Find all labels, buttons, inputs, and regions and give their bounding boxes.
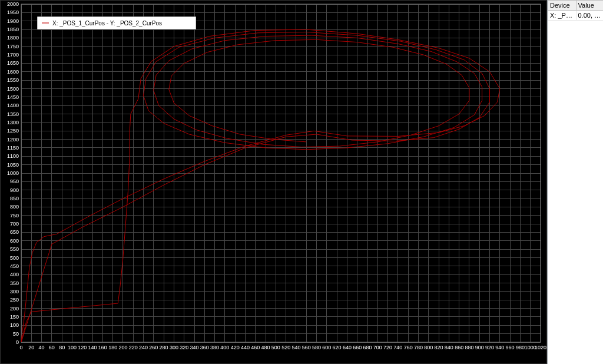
svg-text:1700: 1700 — [7, 52, 19, 58]
svg-text:40: 40 — [39, 345, 45, 350]
svg-text:500: 500 — [10, 255, 19, 261]
svg-text:1200: 1200 — [7, 137, 19, 143]
svg-text:140: 140 — [88, 345, 97, 350]
svg-text:460: 460 — [251, 345, 260, 350]
svg-text:940: 940 — [495, 345, 504, 350]
svg-text:150: 150 — [10, 314, 19, 320]
svg-text:1850: 1850 — [7, 27, 19, 32]
svg-text:650: 650 — [10, 229, 19, 235]
svg-text:260: 260 — [149, 345, 158, 350]
svg-text:840: 840 — [445, 345, 453, 350]
svg-text:1650: 1650 — [7, 60, 19, 66]
svg-text:800: 800 — [424, 345, 433, 350]
svg-text:600: 600 — [10, 238, 19, 244]
svg-text:440: 440 — [241, 345, 250, 350]
svg-text:1350: 1350 — [7, 111, 19, 117]
svg-text:500: 500 — [271, 345, 280, 350]
svg-text:1000: 1000 — [7, 170, 19, 176]
svg-text:100: 100 — [10, 322, 19, 328]
svg-text:400: 400 — [220, 345, 229, 350]
svg-text:1950: 1950 — [7, 9, 19, 15]
svg-text:620: 620 — [333, 345, 342, 350]
svg-text:350: 350 — [10, 280, 19, 286]
svg-text:220: 220 — [129, 345, 138, 350]
legend-series-label: X: _POS_1_CurPos - Y: _POS_2_CurPos — [52, 20, 162, 27]
svg-text:1050: 1050 — [7, 162, 19, 168]
svg-text:200: 200 — [118, 345, 127, 350]
table-row[interactable]: X: _POS_1… 0.00, 0.… — [548, 11, 604, 21]
svg-text:1400: 1400 — [7, 102, 19, 108]
svg-text:720: 720 — [383, 345, 392, 350]
svg-text:820: 820 — [435, 345, 443, 350]
svg-text:1150: 1150 — [7, 145, 19, 151]
svg-text:700: 700 — [373, 345, 382, 350]
svg-text:160: 160 — [98, 345, 107, 350]
svg-text:480: 480 — [261, 345, 270, 350]
col-header-device[interactable]: Device — [548, 1, 577, 11]
svg-text:1900: 1900 — [7, 18, 19, 24]
svg-text:20: 20 — [28, 345, 34, 350]
svg-text:60: 60 — [49, 345, 55, 350]
svg-text:780: 780 — [414, 345, 423, 350]
cell-value: 0.00, 0.… — [576, 11, 603, 21]
svg-text:100: 100 — [68, 345, 77, 350]
col-header-value[interactable]: Value — [576, 1, 603, 11]
svg-text:980: 980 — [516, 345, 525, 350]
svg-text:750: 750 — [10, 213, 19, 219]
svg-text:420: 420 — [231, 345, 240, 350]
svg-text:860: 860 — [455, 345, 463, 350]
svg-text:340: 340 — [190, 345, 198, 350]
svg-text:700: 700 — [10, 221, 19, 227]
svg-text:560: 560 — [302, 345, 311, 350]
svg-text:600: 600 — [322, 345, 331, 350]
svg-text:760: 760 — [404, 345, 413, 350]
svg-text:1800: 1800 — [7, 35, 19, 41]
side-panel[interactable]: Device Value X: _POS_1… 0.00, 0.… — [547, 0, 603, 364]
svg-text:1750: 1750 — [7, 44, 19, 49]
svg-text:300: 300 — [10, 289, 19, 294]
plot-area[interactable]: 0204060801001201401601802002202402602803… — [0, 0, 547, 364]
svg-text:1020: 1020 — [535, 345, 546, 350]
svg-text:880: 880 — [465, 345, 473, 350]
svg-text:1450: 1450 — [7, 94, 19, 100]
svg-text:240: 240 — [139, 345, 148, 350]
legend: X: _POS_1_CurPos - Y: _POS_2_CurPos — [37, 16, 196, 29]
svg-text:180: 180 — [108, 345, 117, 350]
svg-text:850: 850 — [10, 196, 19, 201]
cell-device: X: _POS_1… — [548, 11, 577, 21]
svg-text:80: 80 — [59, 345, 65, 350]
svg-text:660: 660 — [353, 345, 362, 350]
svg-text:900: 900 — [10, 187, 19, 193]
svg-text:300: 300 — [170, 345, 178, 350]
svg-text:1250: 1250 — [7, 128, 19, 134]
svg-text:120: 120 — [78, 345, 87, 350]
svg-text:2000: 2000 — [7, 1, 19, 7]
svg-text:0: 0 — [19, 345, 22, 350]
svg-text:800: 800 — [10, 204, 19, 210]
svg-text:200: 200 — [10, 306, 19, 312]
svg-text:640: 640 — [343, 345, 352, 350]
svg-text:520: 520 — [281, 345, 290, 350]
svg-text:740: 740 — [393, 345, 402, 350]
svg-text:540: 540 — [291, 345, 300, 350]
svg-text:680: 680 — [363, 345, 372, 350]
svg-text:320: 320 — [180, 345, 188, 350]
svg-text:960: 960 — [506, 345, 515, 350]
svg-text:1100: 1100 — [7, 153, 19, 159]
svg-text:250: 250 — [10, 297, 19, 303]
svg-text:380: 380 — [210, 345, 219, 350]
svg-text:900: 900 — [475, 345, 484, 350]
svg-text:1500: 1500 — [7, 86, 19, 92]
svg-text:550: 550 — [10, 246, 19, 252]
svg-text:400: 400 — [10, 272, 19, 277]
svg-text:360: 360 — [200, 345, 209, 350]
svg-text:1600: 1600 — [7, 69, 19, 75]
svg-text:1550: 1550 — [7, 77, 19, 83]
svg-text:1300: 1300 — [7, 120, 19, 125]
svg-text:0: 0 — [16, 339, 19, 345]
svg-text:920: 920 — [485, 345, 494, 350]
svg-text:280: 280 — [160, 345, 168, 350]
svg-text:580: 580 — [312, 345, 321, 350]
device-value-table: Device Value X: _POS_1… 0.00, 0.… — [548, 0, 603, 21]
svg-text:50: 50 — [13, 331, 19, 337]
